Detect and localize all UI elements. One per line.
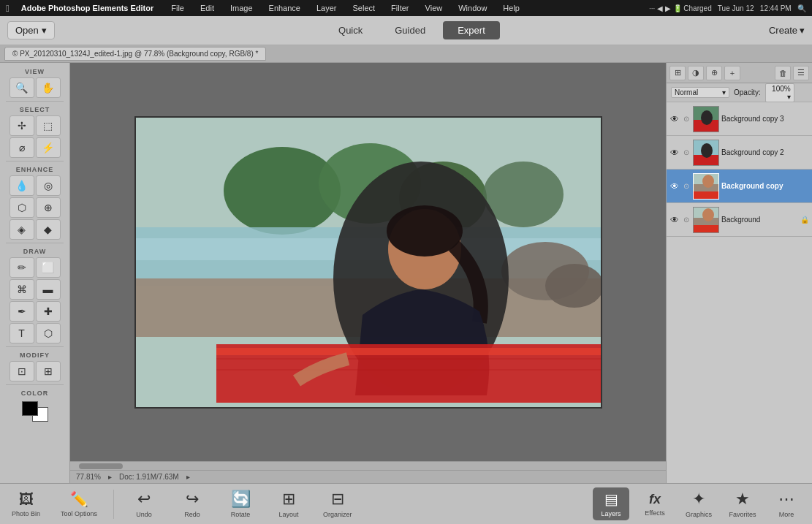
redo-button[interactable]: ↪ Redo	[174, 487, 210, 521]
layer-visibility-icon[interactable]: 👁	[669, 215, 680, 225]
layer-name-active: Background copy	[721, 182, 809, 190]
svg-point-27	[702, 175, 714, 188]
type-tool[interactable]: T	[10, 323, 34, 343]
bottom-panel: 🖼 Photo Bin ✏️ Tool Options ↩ Undo ↪ Red…	[0, 483, 812, 524]
doc-tab[interactable]: © PX_20120310_1324J_edited-1.jpg @ 77.8%…	[4, 47, 266, 61]
lasso-tool[interactable]: ⌀	[10, 137, 34, 158]
tab-quick[interactable]: Quick	[324, 21, 377, 39]
draw-tools-row3: ✒ ✚	[0, 300, 69, 322]
layer-item[interactable]: 👁 ⊙ Background copy 3	[667, 102, 812, 136]
brush-tool[interactable]: ✏	[10, 257, 34, 278]
stamp-tool[interactable]: ⊕	[36, 197, 61, 218]
opacity-input[interactable]: 100% ▾	[765, 83, 794, 102]
photo-bin-icon: 🖼	[19, 491, 34, 508]
enhance-tools-row2: ⬡ ⊕	[0, 197, 69, 219]
canvas-scroll[interactable]	[70, 63, 666, 461]
rotate-button[interactable]: 🔄 Rotate	[222, 487, 259, 521]
tab-expert[interactable]: Expert	[443, 21, 500, 39]
layer-thumbnail	[693, 207, 719, 233]
crop-tool[interactable]: ⊡	[10, 361, 34, 381]
divider-2	[6, 161, 64, 162]
undo-button[interactable]: ↩ Undo	[126, 487, 162, 521]
blend-mode-select[interactable]: Normal ▾	[671, 87, 729, 98]
menu-view[interactable]: View	[421, 2, 447, 14]
main-toolbar: Open ▾ Quick Guided Expert Create ▾	[0, 16, 812, 45]
healing-tool[interactable]: ✚	[36, 301, 61, 322]
sharpen-tool[interactable]: ⬡	[10, 197, 34, 218]
canvas-image[interactable]	[134, 116, 602, 409]
shape-tool[interactable]: ⬡	[36, 323, 61, 343]
recompose-tool[interactable]: ⊞	[36, 361, 61, 381]
create-button[interactable]: Create ▾	[769, 25, 805, 36]
layer-thumb-svg	[694, 140, 719, 166]
menu-help[interactable]: Help	[498, 2, 524, 14]
paint-bucket-tool[interactable]: ⌘	[10, 279, 34, 300]
blur-tool[interactable]: ◎	[36, 175, 61, 196]
right-panel: ⊞ ◑ ⊕ + 🗑 ☰ Normal ▾ Opacity: 100% ▾ 👁	[666, 63, 812, 483]
layer-style-button[interactable]: ⊕	[706, 66, 722, 80]
layer-chain-icon: ⊙	[682, 115, 691, 123]
layer-item[interactable]: 👁 ⊙ Background 🔒	[667, 203, 812, 237]
tool-options-button[interactable]: ✏️ Tool Options	[56, 487, 102, 520]
tab-guided[interactable]: Guided	[380, 21, 440, 39]
menu-select[interactable]: Select	[349, 2, 380, 14]
menu-file[interactable]: File	[167, 2, 189, 14]
color-section-label: COLOR	[0, 387, 69, 398]
menu-layer[interactable]: Layer	[312, 2, 341, 14]
favorites-label: Favorites	[729, 511, 756, 518]
app-name: Adobe Photoshop Elements Editor	[21, 4, 154, 12]
create-chevron-icon: ▾	[800, 25, 805, 36]
tool-options-label: Tool Options	[61, 510, 97, 517]
hscroll-thumb[interactable]	[79, 463, 123, 469]
layer-lock-icon: 🔒	[800, 216, 809, 224]
dodge-tool[interactable]: ◈	[10, 219, 34, 240]
magic-wand-tool[interactable]: ⚡	[36, 137, 61, 158]
hand-tool[interactable]: ✋	[36, 77, 61, 98]
effects-button[interactable]: fx Effects	[637, 489, 673, 520]
layers-panel-button[interactable]: ▤ Layers	[593, 487, 629, 520]
menu-right: ··· ◀ ▶ 🔋 Charged Tue Jun 12 12:44 PM 🔍	[649, 4, 806, 12]
layer-thumb-svg	[694, 107, 719, 132]
open-button[interactable]: Open ▾	[7, 21, 55, 39]
photo-bin-button[interactable]: 🖼 Photo Bin	[7, 488, 45, 520]
new-layer-button[interactable]: +	[724, 66, 740, 80]
new-layer-group-button[interactable]: ⊞	[669, 66, 686, 80]
organizer-icon: ⊟	[331, 490, 344, 509]
eraser-tool[interactable]: ⬜	[36, 257, 61, 278]
menu-filter[interactable]: Filter	[387, 2, 413, 14]
pencil-tool[interactable]: ✒	[10, 301, 34, 322]
eyedropper-tool[interactable]: 💧	[10, 175, 34, 196]
apple-logo-icon: 	[6, 3, 10, 14]
layer-visibility-icon[interactable]: 👁	[669, 148, 680, 158]
enhance-tools-row3: ◈ ◆	[0, 219, 69, 240]
adjustment-layer-button[interactable]: ◑	[688, 66, 704, 80]
layers-menu-button[interactable]: ☰	[793, 66, 809, 80]
divider-4	[6, 346, 64, 347]
menu-edit[interactable]: Edit	[196, 2, 219, 14]
gradient-tool[interactable]: ▬	[36, 279, 61, 300]
organizer-button[interactable]: ⊟ Organizer	[319, 487, 357, 521]
menu-window[interactable]: Window	[454, 2, 491, 14]
delete-layer-button[interactable]: 🗑	[775, 66, 791, 80]
menu-image[interactable]: Image	[226, 2, 257, 14]
menu-enhance[interactable]: Enhance	[265, 2, 305, 14]
layer-visibility-icon[interactable]: 👁	[669, 181, 680, 191]
foreground-color-swatch[interactable]	[22, 401, 38, 416]
layer-item-active[interactable]: 👁 ⊙ Background copy	[667, 170, 812, 203]
favorites-button[interactable]: ★ Favorites	[724, 487, 761, 521]
opacity-value: 100%	[772, 85, 791, 93]
blend-mode-chevron-icon: ▾	[722, 88, 726, 96]
doc-tab-bar: © PX_20120310_1324J_edited-1.jpg @ 77.8%…	[0, 45, 812, 63]
zoom-tool[interactable]: 🔍	[10, 77, 34, 98]
layout-button[interactable]: ⊞ Layout	[270, 487, 307, 521]
graphics-button[interactable]: ✦ Graphics	[680, 487, 717, 521]
svg-point-31	[702, 208, 714, 221]
canvas-hscroll[interactable]	[70, 461, 666, 470]
layer-item[interactable]: 👁 ⊙ Background copy 2	[667, 136, 812, 170]
canvas-area: 77.81% ▸ Doc: 1.91M/7.63M ▸	[70, 63, 666, 483]
marquee-tool[interactable]: ⬚	[36, 115, 61, 136]
move-tool[interactable]: ✢	[10, 115, 34, 136]
layer-visibility-icon[interactable]: 👁	[669, 114, 680, 124]
more-button[interactable]: ⋯ More	[768, 487, 805, 521]
burn-tool[interactable]: ◆	[36, 219, 61, 240]
